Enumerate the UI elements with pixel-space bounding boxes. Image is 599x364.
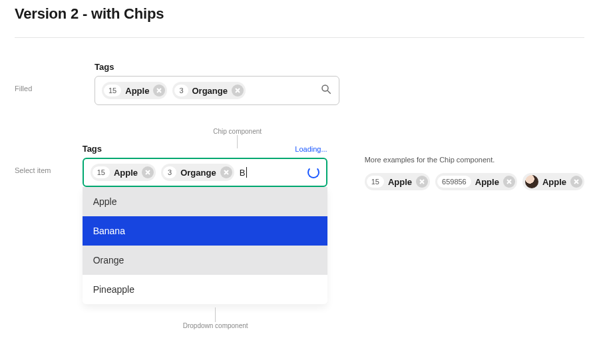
chip-label: Apple <box>388 177 412 187</box>
chip-count: 3 <box>174 85 188 96</box>
dropdown-item[interactable]: Apple <box>83 187 327 216</box>
field-label-text: Tags <box>83 144 102 154</box>
dropdown: Apple Banana Orange Pineapple <box>83 187 327 304</box>
chip-label: Organge <box>180 168 216 178</box>
chip[interactable]: Apple <box>522 173 584 190</box>
dropdown-item[interactable]: Orange <box>83 246 327 275</box>
row-filled: Filled Tags 15 Apple 3 Organge <box>15 62 584 105</box>
chip-examples: More examples for the Chip component. 15… <box>365 144 584 190</box>
chip[interactable]: 15 Apple <box>102 82 167 99</box>
chip-count: 15 <box>104 85 121 96</box>
tags-text-input[interactable]: B <box>240 167 302 178</box>
search-icon[interactable] <box>320 83 332 98</box>
chip-count: 3 <box>163 166 176 178</box>
tags-input[interactable]: 15 Apple 3 Organge B <box>83 158 327 187</box>
row-select-item: Select item Chip component Tags Loading.… <box>15 144 584 304</box>
dropdown-item[interactable]: Banana <box>83 216 327 246</box>
spinner-icon <box>307 166 319 178</box>
chip-label: Apple <box>542 177 566 187</box>
close-icon[interactable] <box>503 176 515 188</box>
chip[interactable]: 3 Organge <box>172 82 246 99</box>
field-label: Tags <box>95 62 339 72</box>
tags-input[interactable]: 15 Apple 3 Organge <box>95 76 339 105</box>
text-caret <box>246 167 247 178</box>
avatar-icon <box>525 175 538 188</box>
close-icon[interactable] <box>220 166 232 178</box>
svg-line-1 <box>327 91 331 94</box>
dropdown-item[interactable]: Pineapple <box>83 275 327 304</box>
close-icon[interactable] <box>142 166 154 178</box>
close-icon[interactable] <box>153 85 165 96</box>
divider <box>15 37 584 38</box>
annotation-chip: Chip component <box>208 128 268 148</box>
chip-label: Organge <box>192 86 228 96</box>
chip-count: 659856 <box>437 176 471 188</box>
close-icon[interactable] <box>416 176 428 188</box>
chip-count: 15 <box>93 166 110 178</box>
chip-count: 15 <box>367 176 384 188</box>
close-icon[interactable] <box>232 85 244 96</box>
chip-label: Apple <box>475 177 499 187</box>
chip-label: Apple <box>114 168 138 178</box>
row-label-select: Select item <box>15 144 83 174</box>
page-title: Version 2 - with Chips <box>15 5 584 23</box>
chip[interactable]: 15 Apple <box>365 173 430 190</box>
field-label-text: Tags <box>95 62 114 72</box>
chip-label: Apple <box>125 86 149 96</box>
examples-caption: More examples for the Chip component. <box>365 156 584 164</box>
chip[interactable]: 3 Organge <box>161 164 234 181</box>
chip[interactable]: 659856 Apple <box>435 173 517 190</box>
field-label: Tags Loading... <box>83 144 327 154</box>
annotation-dropdown: Dropdown component <box>176 307 256 329</box>
typed-text: B <box>240 168 246 178</box>
row-label-filled: Filled <box>15 62 95 92</box>
close-icon[interactable] <box>570 176 582 188</box>
svg-point-0 <box>322 85 328 91</box>
loading-text: Loading... <box>295 145 327 153</box>
chip[interactable]: 15 Apple <box>91 164 156 181</box>
